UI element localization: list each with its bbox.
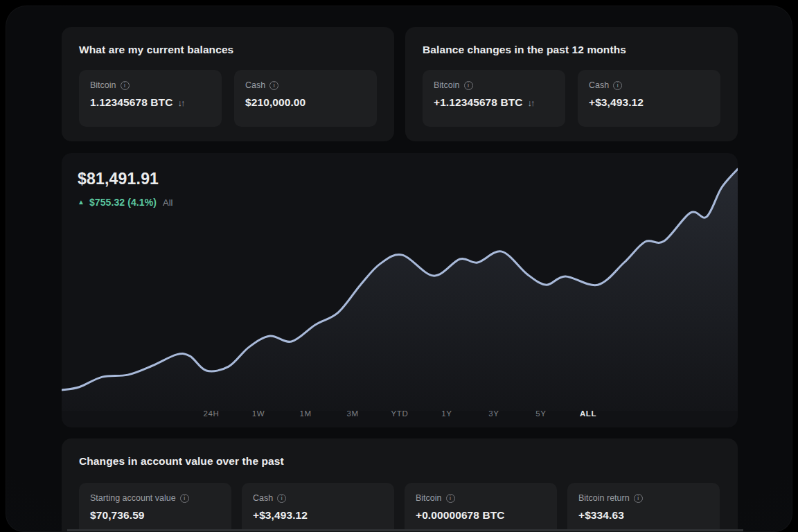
tile-label: Bitcoin: [416, 493, 442, 503]
tile-bitcoin-return: Bitcoin return i +$334.63: [567, 483, 720, 532]
card-current-balances-title: What are my current balances: [79, 44, 233, 56]
range-button-3m[interactable]: 3M: [329, 406, 376, 421]
card-account-changes-title: Changes in account value over the past: [79, 455, 284, 468]
portfolio-change: $755.32 (4.1%): [89, 197, 157, 208]
card-portfolio-chart: $81,491.91 ▲ $755.32 (4.1%) All 24H1W1M3…: [62, 153, 738, 427]
card-balance-changes-title: Balance changes in the past 12 months: [423, 44, 626, 56]
app-window: What are my current balances Bitcoin i 1…: [6, 6, 792, 532]
tile-value: +1.12345678 BTC: [434, 96, 523, 109]
tile-value: +0.00000678 BTC: [416, 509, 505, 522]
tile-label: Bitcoin: [90, 80, 116, 90]
tile-label: Cash: [253, 493, 273, 503]
time-range-selector: 24H1W1M3MYTD1Y3Y5YALL: [62, 406, 738, 421]
up-triangle-icon: ▲: [78, 199, 85, 206]
tile-bitcoin-period-change: Bitcoin i +0.00000678 BTC: [405, 483, 557, 532]
tile-cash-period-label-row: Cash i: [253, 493, 383, 503]
tile-value: 1.12345678 BTC: [90, 96, 172, 109]
chart-header: $81,491.91 ▲ $755.32 (4.1%) All: [78, 170, 173, 208]
tile-cash-balance: Cash i $210,000.00: [234, 70, 377, 127]
tile-starting-value-label-row: Starting account value i: [90, 493, 220, 503]
change-period-label: All: [163, 197, 172, 208]
tile-starting-value-row: $70,736.59: [90, 509, 220, 522]
info-icon[interactable]: i: [277, 494, 286, 503]
tile-bitcoin-period-label-row: Bitcoin i: [416, 493, 546, 503]
tile-bitcoin-value-row: 1.12345678 BTC ↓↑: [90, 96, 211, 109]
card-current-balances: What are my current balances Bitcoin i 1…: [62, 27, 394, 141]
tile-label: Cash: [245, 80, 265, 90]
tile-cash-label-row: Cash i: [245, 80, 366, 90]
tile-label: Bitcoin: [434, 80, 460, 90]
tile-label: Starting account value: [90, 493, 176, 503]
tile-cash-period-change: Cash i +$3,493.12: [242, 483, 394, 532]
tile-bitcoin-balance: Bitcoin i 1.12345678 BTC ↓↑: [79, 70, 222, 127]
range-button-ytd[interactable]: YTD: [376, 406, 423, 421]
tile-bitcoin-label-row: Bitcoin i: [90, 80, 211, 90]
range-button-1m[interactable]: 1M: [282, 406, 329, 421]
tile-bitcoin-change: Bitcoin i +1.12345678 BTC ↓↑: [423, 70, 565, 127]
info-icon[interactable]: i: [634, 494, 643, 503]
info-icon[interactable]: i: [269, 81, 278, 90]
range-button-all[interactable]: ALL: [565, 406, 612, 421]
tile-cash-change-value-row: +$3,493.12: [589, 96, 709, 109]
info-icon[interactable]: i: [446, 494, 455, 503]
tile-bitcoin-period-value-row: +0.00000678 BTC: [416, 509, 546, 522]
tile-bitcoin-change-value-row: +1.12345678 BTC ↓↑: [434, 96, 554, 109]
range-button-5y[interactable]: 5Y: [517, 406, 565, 421]
info-icon[interactable]: i: [613, 81, 622, 90]
tile-label: Cash: [589, 80, 609, 90]
range-button-3y[interactable]: 3Y: [470, 406, 517, 421]
tile-label: Bitcoin return: [578, 493, 630, 503]
range-button-1y[interactable]: 1Y: [423, 406, 470, 421]
tile-bitcoin-return-value-row: +$334.63: [578, 509, 709, 522]
balance-changes-tiles: Bitcoin i +1.12345678 BTC ↓↑ Cash i +$3,…: [423, 70, 720, 127]
tile-value: $210,000.00: [245, 96, 305, 109]
tile-bitcoin-change-label-row: Bitcoin i: [434, 80, 554, 90]
portfolio-balance: $81,491.91: [78, 170, 173, 188]
range-button-24h[interactable]: 24H: [188, 406, 235, 421]
swap-arrows-icon[interactable]: ↓↑: [528, 98, 534, 108]
tile-value: +$334.63: [578, 509, 624, 522]
portfolio-change-row: ▲ $755.32 (4.1%) All: [78, 197, 173, 208]
bottom-edge-strip: [67, 529, 743, 531]
info-icon[interactable]: i: [121, 81, 130, 90]
tile-value: +$3,493.12: [253, 509, 308, 522]
card-balance-changes: Balance changes in the past 12 months Bi…: [405, 27, 738, 141]
tile-value: +$3,493.12: [589, 96, 644, 109]
tile-bitcoin-return-label-row: Bitcoin return i: [578, 493, 709, 503]
tile-cash-value-row: $210,000.00: [245, 96, 366, 109]
swap-arrows-icon[interactable]: ↓↑: [177, 98, 184, 108]
info-icon[interactable]: i: [464, 81, 473, 90]
tile-starting-value: Starting account value i $70,736.59: [79, 483, 231, 532]
card-account-changes: Changes in account value over the past S…: [62, 438, 738, 532]
tile-value: $70,736.59: [90, 509, 145, 522]
range-button-1w[interactable]: 1W: [235, 406, 282, 421]
account-changes-tiles: Starting account value i $70,736.59 Cash…: [79, 483, 720, 532]
tile-cash-change: Cash i +$3,493.12: [578, 70, 720, 127]
current-balances-tiles: Bitcoin i 1.12345678 BTC ↓↑ Cash i $210,…: [79, 70, 377, 127]
tile-cash-period-value-row: +$3,493.12: [253, 509, 383, 522]
tile-cash-change-label-row: Cash i: [589, 80, 709, 90]
info-icon[interactable]: i: [180, 494, 189, 503]
